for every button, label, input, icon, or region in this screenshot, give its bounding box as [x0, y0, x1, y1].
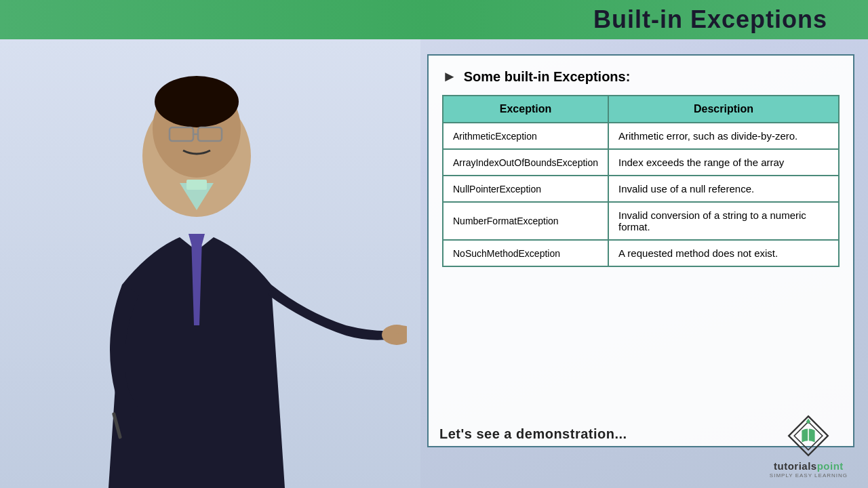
section-header: ► Some built-in Exceptions:	[442, 68, 840, 85]
exception-description: Index exceeds the range of the array	[608, 149, 839, 176]
logo-area: tutorialspoint SIMPLY EASY LEARNING	[770, 414, 848, 479]
content-panel: ► Some built-in Exceptions: Exception De…	[427, 54, 854, 447]
exception-name: NullPointerException	[443, 176, 608, 202]
table-row: NumberFormatExceptionInvalid conversion …	[443, 202, 839, 240]
tutorialspoint-logo-icon	[787, 414, 830, 458]
svg-rect-11	[186, 180, 207, 190]
top-bar: Built-in Exceptions	[0, 0, 868, 39]
table-row: NoSuchMethodExceptionA requested method …	[443, 240, 839, 266]
instructor-figure	[14, 54, 407, 488]
logo-tutorials: tutorialspoint	[774, 460, 844, 472]
arrow-icon: ►	[442, 68, 457, 85]
logo-point: point	[817, 460, 844, 472]
exception-description: A requested method does not exist.	[608, 240, 839, 266]
exceptions-table: Exception Description ArithmeticExceptio…	[442, 95, 840, 267]
col-header-exception: Exception	[443, 96, 608, 123]
table-row: NullPointerExceptionInvalid use of a nul…	[443, 176, 839, 202]
svg-marker-8	[189, 234, 205, 244]
table-row: ArrayIndexOutOfBoundsExceptionIndex exce…	[443, 149, 839, 176]
table-row: ArithmeticExceptionArithmetic error, suc…	[443, 123, 839, 149]
exception-name: NoSuchMethodException	[443, 240, 608, 266]
table-header-row: Exception Description	[443, 96, 839, 123]
svg-point-2	[155, 76, 239, 127]
exception-name: NumberFormatException	[443, 202, 608, 240]
exception-name: ArrayIndexOutOfBoundsException	[443, 149, 608, 176]
logo-tagline: SIMPLY EASY LEARNING	[770, 472, 848, 479]
exception-description: Invalid use of a null reference.	[608, 176, 839, 202]
exception-name: ArithmeticException	[443, 123, 608, 149]
col-header-description: Description	[608, 96, 839, 123]
logo-brand-text: tutorialspoint	[774, 460, 844, 472]
slide-title: Built-in Exceptions	[593, 5, 827, 34]
person-area	[0, 39, 420, 488]
exception-description: Arithmetic error, such as divide-by-zero…	[608, 123, 839, 149]
section-header-text: Some built-in Exceptions:	[464, 69, 631, 85]
exception-description: Invalid conversion of a string to a nume…	[608, 202, 839, 240]
bottom-text: Let's see a demonstration...	[439, 426, 627, 442]
